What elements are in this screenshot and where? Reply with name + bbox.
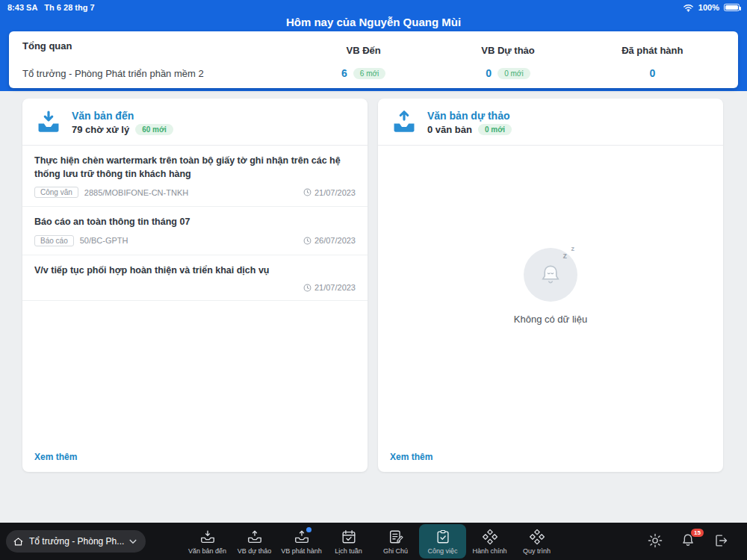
logout-icon[interactable] [713, 532, 731, 550]
battery-percent: 100% [698, 3, 719, 12]
inbox-arrow-down-icon [34, 108, 63, 137]
stat-da-phat-hanh: Đã phát hành 0 [580, 40, 725, 79]
nav-label: Lịch tuần [335, 547, 362, 555]
sleeping-bell-icon: z z [524, 248, 577, 302]
notification-dot [306, 527, 311, 532]
nav-item-van-ban-den[interactable]: Văn bản đến [184, 524, 231, 559]
document-row[interactable]: Thực hiện chèn wartermark trên toàn bộ g… [22, 146, 368, 207]
note-pencil-icon [388, 529, 404, 545]
status-bar: 8:43 SA Th 6 28 thg 7 100% [0, 0, 747, 15]
stat-value: 0 [486, 67, 492, 79]
stat-badge: 6 mới [353, 68, 385, 79]
calendar-check-icon [341, 529, 357, 545]
app-screen: 8:43 SA Th 6 28 thg 7 100% Hôm nay của N… [0, 0, 747, 560]
inbox-arrow-up-icon [247, 529, 263, 545]
battery-icon [724, 4, 740, 11]
inbox-arrow-up-icon [294, 529, 310, 545]
nav-label: Ghi Chú [383, 547, 408, 555]
document-title: V/v tiếp tục phối hợp hoàn thiện và triể… [34, 264, 356, 278]
new-count-badge: 60 mới [135, 124, 173, 135]
page-title: Hôm nay của Nguyễn Quang Mùi [0, 16, 747, 28]
draft-documents-card: Văn bản dự thảo 0 văn bản 0 mới z z [378, 99, 723, 472]
chevron-down-icon [129, 539, 137, 544]
stat-vb-den: VB Đến 6 6 mới [291, 40, 436, 79]
document-title: Thực hiện chèn wartermark trên toàn bộ g… [34, 155, 356, 181]
nav-label: VB dự thảo [238, 547, 272, 555]
see-more-link[interactable]: Xem thêm [34, 452, 77, 462]
overview-title: Tổng quan [22, 40, 291, 52]
settings-gear-icon[interactable] [647, 532, 665, 550]
stat-label: VB Đến [347, 45, 381, 56]
pending-count: 79 chờ xử lý [72, 124, 129, 135]
nav-label: Hành chính [472, 547, 506, 555]
stat-value: 6 [341, 67, 347, 79]
document-ref: 2885/MOBIFONE-CN-TNKH [84, 188, 188, 197]
stat-label: VB Dự thảo [481, 45, 535, 56]
document-ref: 50/BC-GPTH [80, 236, 128, 245]
stat-label: Đã phát hành [622, 45, 683, 56]
status-time: 8:43 SA [7, 3, 37, 12]
inbox-arrow-down-icon [199, 529, 216, 545]
document-date: 26/07/2023 [314, 236, 356, 245]
role-selector-label: Tổ trưởng - Phòng Ph... [29, 536, 124, 547]
empty-state-text: Không có dữ liệu [514, 314, 587, 325]
nav-item-lich-tuan[interactable]: Lịch tuần [325, 524, 372, 559]
workflow-diamonds-icon [529, 529, 545, 545]
bottom-navigation: Tổ trưởng - Phòng Ph... Văn bản đến VB d… [0, 523, 747, 560]
stat-badge: 0 mới [498, 68, 530, 79]
document-date: 21/07/2023 [314, 283, 356, 292]
nav-item-quy-trinh[interactable]: Quy trình [513, 524, 560, 559]
clipboard-check-icon [435, 529, 451, 545]
nav-label: Quy trình [523, 547, 551, 555]
document-title: Báo cáo an toàn thông tin tháng 07 [34, 216, 356, 229]
incoming-documents-card: Văn bản đến 79 chờ xử lý 60 mới Thực hiệ… [22, 99, 368, 472]
clock-icon [303, 284, 311, 292]
document-type-badge: Báo cáo [34, 235, 74, 246]
nav-item-vb-phat-hanh[interactable]: VB phát hành [278, 524, 325, 559]
document-date: 21/07/2023 [314, 188, 356, 197]
nav-item-cong-viec[interactable]: Công việc [419, 524, 466, 559]
document-row[interactable]: V/v tiếp tục phối hợp hoàn thiện và triể… [22, 255, 368, 302]
nav-item-hanh-chinh[interactable]: Hành chính [466, 524, 513, 559]
wifi-icon [683, 4, 694, 12]
nav-label: VB phát hành [281, 547, 322, 555]
home-icon [13, 536, 24, 547]
document-row[interactable]: Báo cáo an toàn thông tin tháng 07 Báo c… [22, 207, 368, 255]
card-title: Văn bản đến [72, 110, 173, 122]
nav-item-ghi-chu[interactable]: Ghi Chú [372, 524, 419, 559]
notifications-bell-icon[interactable]: 15 [680, 532, 698, 550]
clock-icon [303, 188, 311, 196]
overview-card: Tổng quan Tổ trưởng - Phòng Phát triển p… [9, 31, 738, 88]
overview-role-subtitle: Tổ trưởng - Phòng Phát triển phần mềm 2 [22, 68, 291, 79]
role-selector-dropdown[interactable]: Tổ trưởng - Phòng Ph... [6, 530, 146, 553]
clock-icon [303, 237, 311, 245]
see-more-link[interactable]: Xem thêm [390, 452, 433, 462]
nav-label: Văn bản đến [188, 547, 226, 555]
nav-item-vb-du-thao[interactable]: VB dự thảo [231, 524, 278, 559]
document-type-badge: Công văn [34, 187, 78, 198]
stat-value: 0 [649, 67, 655, 79]
notification-count-badge: 15 [691, 529, 704, 537]
modules-diamonds-icon [482, 529, 498, 545]
stat-vb-du-thao: VB Dự thảo 0 0 mới [436, 40, 580, 79]
nav-label: Công việc [427, 547, 457, 555]
status-date: Th 6 28 thg 7 [44, 3, 94, 12]
empty-state: z z Không có dữ liệu [378, 101, 723, 472]
